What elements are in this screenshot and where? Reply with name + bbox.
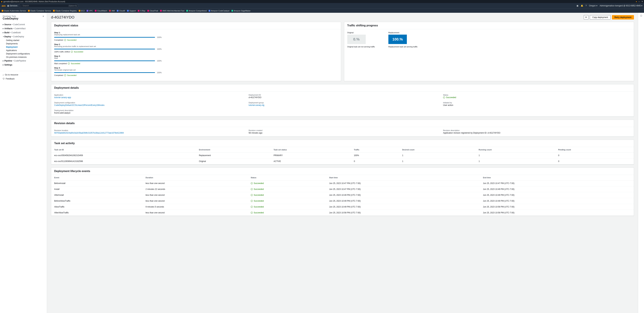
- service-icon: [160, 10, 162, 12]
- service-icon: [117, 10, 118, 12]
- column-header[interactable]: Environment: [196, 147, 270, 153]
- content-area: d-4G274IYDO ⟳ Copy deployment Retry depl…: [47, 13, 638, 313]
- column-header[interactable]: Desired count: [399, 147, 476, 153]
- search-input[interactable]: [22, 5, 69, 7]
- sidebar-subitem[interactable]: Deployment configurations: [0, 52, 47, 56]
- detail-link[interactable]: CodeDeployDefault.ECSLinear10PercentEver…: [54, 104, 104, 106]
- aws-logo[interactable]: aws: [2, 5, 6, 7]
- success-icon: ✓: [251, 188, 253, 190]
- help-panel-rail[interactable]: ⓘ: [638, 13, 644, 313]
- column-header[interactable]: Duration: [142, 175, 248, 180]
- close-icon[interactable]: ✕: [642, 1, 643, 3]
- favorite-service[interactable]: Cloud9: [117, 10, 125, 12]
- table-cell: ✓Succeeded: [248, 186, 326, 192]
- column-header[interactable]: Pending count: [555, 147, 634, 153]
- column-header[interactable]: Status: [248, 175, 326, 180]
- service-icon: [127, 10, 129, 12]
- sidebar-item[interactable]: ▶Settings: [0, 63, 47, 67]
- column-header[interactable]: Traffic: [351, 147, 399, 153]
- table-cell: ecs-svc/5110938941413162596: [51, 158, 196, 164]
- table-cell: 0: [555, 153, 634, 158]
- user-menu[interactable]: Admin/gpmattoo-Isengard @ 6013-6852-4945…: [600, 5, 642, 7]
- favorite-service[interactable]: X-Ray: [138, 10, 145, 12]
- service-icon: [109, 10, 111, 12]
- sidebar-item[interactable]: ▶Build • CodeBuild: [0, 31, 47, 35]
- favorite-service[interactable]: Elastic Container Registry: [53, 10, 77, 12]
- favorite-service[interactable]: CloudTrail: [147, 10, 158, 12]
- service-icon: [232, 10, 233, 12]
- favorite-service[interactable]: VPC: [86, 10, 93, 12]
- table-row: Install2 minutes 22 seconds✓SucceededJun…: [51, 186, 634, 192]
- service-icon: [95, 10, 96, 12]
- column-header[interactable]: End time: [480, 175, 634, 180]
- service-icon: [53, 10, 55, 12]
- revision-field: Revision created56 minutes ago: [248, 129, 436, 134]
- cloudshell-icon[interactable]: ▣: [576, 5, 578, 7]
- region-selector[interactable]: Oregon ▾: [589, 5, 597, 7]
- minimize-icon[interactable]: —: [638, 1, 640, 3]
- table-cell: BeforeInstall: [51, 180, 142, 186]
- help-icon[interactable]: ?: [586, 5, 587, 7]
- copy-deployment-button[interactable]: Copy deployment: [590, 15, 610, 20]
- favorite-service[interactable]: Support: [127, 10, 136, 12]
- sidebar-item[interactable]: ▶Pipeline • CodePipeline: [0, 59, 47, 63]
- sidebar-item[interactable]: ▶Source • CodeCommit: [0, 23, 47, 27]
- table-cell: AfterInstall: [51, 192, 142, 198]
- favorite-service[interactable]: Elastic Container Service: [28, 10, 51, 12]
- info-icon[interactable]: ⓘ: [640, 15, 642, 313]
- sidebar-title[interactable]: CodeDeploy: [3, 17, 18, 20]
- sidebar-item[interactable]: ▼Deploy • CodeDeploy: [0, 35, 47, 39]
- column-header[interactable]: Start time: [326, 175, 480, 180]
- favorite-service[interactable]: Amazon Comprehend: [186, 10, 206, 12]
- sidebar-subitem[interactable]: On-premises instances: [0, 56, 47, 59]
- column-header[interactable]: Task set status: [270, 147, 351, 153]
- revision-link[interactable]: 59783abb842024a84c0a3c5faa03fdfc31057b16…: [54, 132, 124, 134]
- success-icon: ✓: [64, 39, 66, 41]
- go-to-resource[interactable]: ⌕Go to resource: [0, 73, 47, 77]
- caret-icon: ▶: [3, 64, 4, 66]
- search-shortcut: [Option+S]: [69, 5, 77, 7]
- sidebar-close-icon[interactable]: ✕: [42, 15, 44, 20]
- table-cell: 1: [399, 158, 476, 164]
- column-header[interactable]: Event: [51, 175, 142, 180]
- deployment-status-panel: Deployment status Step 1:Deploying repla…: [51, 22, 341, 81]
- retry-deployment-button[interactable]: Retry deployment: [612, 15, 634, 20]
- deployment-step: Step 1:Deploying replacement task set 10…: [54, 32, 338, 41]
- feedback-link[interactable]: 🗨Feedback: [0, 77, 47, 81]
- sidebar-subitem[interactable]: Deployments: [0, 42, 47, 45]
- detail-field: Deployment IDd-4G274IYDO: [248, 94, 436, 99]
- column-header[interactable]: Running count: [476, 147, 555, 153]
- success-icon: ✓: [251, 182, 253, 184]
- sidebar-subitem[interactable]: Deployment: [0, 45, 47, 49]
- services-menu[interactable]: ▦ Services: [7, 5, 18, 7]
- deployment-status-heading: Deployment status: [51, 22, 341, 29]
- column-header[interactable]: Task set ID: [51, 147, 196, 153]
- favorite-service[interactable]: AWS Well-Architected Tool: [160, 10, 184, 12]
- success-icon: ✓: [64, 74, 66, 76]
- favorite-service[interactable]: Elastic Kubernetes Service: [2, 10, 26, 12]
- sidebar-subitem[interactable]: Getting started: [0, 39, 47, 42]
- refresh-button[interactable]: ⟳: [584, 15, 588, 20]
- favorite-service[interactable]: CloudWatch: [95, 10, 107, 12]
- table-cell: 1: [399, 153, 476, 158]
- task-set-panel: Task set activity Task set IDEnvironment…: [51, 140, 634, 164]
- sidebar-subitem[interactable]: Applications: [0, 49, 47, 52]
- notifications-icon[interactable]: 🔔: [581, 5, 583, 7]
- favorite-service[interactable]: Amazon CodeCatalyst: [208, 10, 229, 12]
- account-text: gpmattoo@amazon.com - 601368524945 / Adm…: [3, 1, 65, 3]
- table-row: ecs-svc/5110938941413162596OriginalACTIV…: [51, 158, 634, 164]
- search-icon: ⌕: [20, 5, 22, 7]
- detail-field: Deployment configurationCodeDeployDefaul…: [54, 102, 242, 106]
- favorite-service[interactable]: EC2: [79, 10, 84, 12]
- table-cell: ✓Succeeded: [248, 210, 326, 216]
- replacement-pct: 100.%: [388, 35, 407, 44]
- favorite-service[interactable]: Amazon SageMaker: [232, 10, 250, 12]
- detail-link[interactable]: tutorial-canary-dg: [248, 104, 264, 106]
- sidebar-item[interactable]: ▶Artifacts • CodeArtifact: [0, 27, 47, 31]
- search-box[interactable]: ⌕ [Option+S]: [19, 4, 78, 8]
- detail-link[interactable]: tutorial-canary-app: [54, 96, 71, 99]
- revision-field: Revision descriptionApplication revision…: [443, 129, 631, 134]
- favorite-service[interactable]: IAM: [109, 10, 115, 12]
- deployment-details-panel: Deployment details Applicationtutorial-c…: [51, 84, 634, 117]
- traffic-shifting-panel: Traffic shifting progress Original 0.% O…: [344, 22, 634, 81]
